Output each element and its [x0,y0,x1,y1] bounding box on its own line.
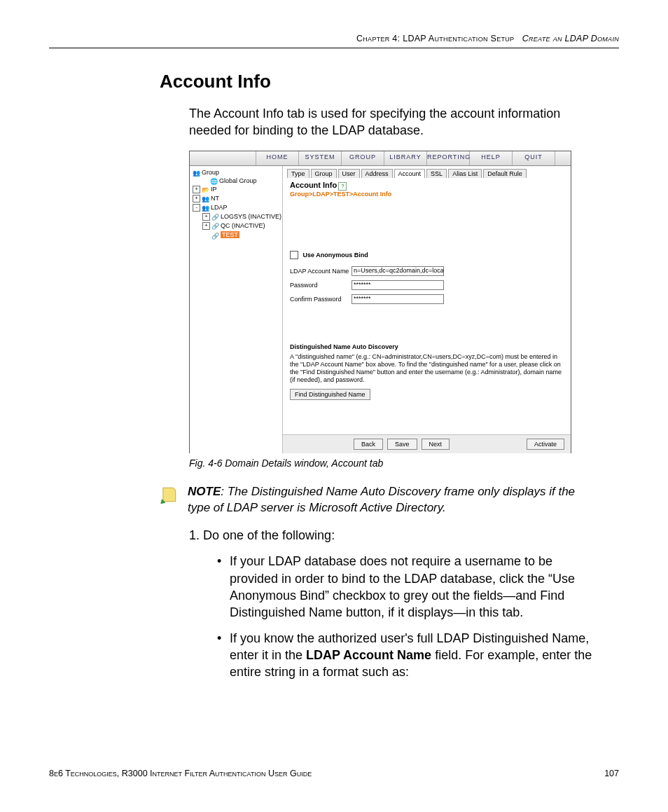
tree-item-label: IP [211,186,217,193]
footer-left: 8e6 Technologies, R3000 Internet Filter … [49,769,312,778]
tree-node-icon: 🌐 [210,178,218,184]
menu-quit[interactable]: QUIT [513,151,555,165]
menubar-spacer [190,151,256,165]
tree-expander-icon[interactable]: + [202,213,210,221]
tree-item-label: NT [211,195,219,202]
tree-item[interactable]: 🌐Global Group [191,177,281,185]
group-icon: 👥 [193,170,200,176]
discovery-title: Distinguished Name Auto Discovery [290,343,564,350]
app-screenshot: HOME SYSTEM GROUP LIBRARY REPORTING HELP… [189,151,571,453]
account-name-field[interactable]: n=Users,dc=qc2domain,dc=local [352,266,444,276]
menu-group[interactable]: GROUP [342,151,384,165]
tree-expander-icon[interactable]: + [193,186,200,193]
back-button[interactable]: Back [354,439,383,450]
tree-item-label: TEST [221,231,239,238]
bullet-account-name: If you know the authorized user's full L… [217,630,595,681]
tab-ssl[interactable]: SSL [426,169,447,178]
button-bar: Back Save Next Activate [283,434,571,453]
confirm-password-field[interactable]: ******* [352,294,444,304]
save-button[interactable]: Save [387,439,417,450]
find-distinguished-name-button[interactable]: Find Distinguished Name [290,389,370,400]
step-1: 1. Do one of the following: [189,528,619,543]
menubar-tail [555,151,571,165]
menu-help[interactable]: HELP [470,151,513,165]
activate-button[interactable]: Activate [527,439,564,450]
tab-account[interactable]: Account [394,169,426,178]
menu-library[interactable]: LIBRARY [384,151,427,165]
tree-expander-icon[interactable]: + [202,222,210,230]
tree-expander-icon[interactable]: - [193,204,200,212]
tab-group[interactable]: Group [311,169,337,178]
header-chapter: Chapter 4: LDAP Authentication Setup [356,34,514,43]
note-label: NOTE [188,485,221,498]
menu-home[interactable]: HOME [256,151,299,165]
tree-node-icon: 👥 [202,195,209,202]
tab-type[interactable]: Type [287,169,309,178]
tree-item[interactable]: +🔗LOGSYS (INACTIVE) [191,212,281,221]
figure-caption: Fig. 4-6 Domain Details window, Account … [189,457,619,469]
anonymous-bind-checkbox[interactable] [290,251,298,259]
tree-item[interactable]: +📂IP [191,185,281,194]
page-footer: 8e6 Technologies, R3000 Internet Filter … [49,769,619,778]
header-section: Create an LDAP Domain [522,34,619,43]
tree-item-label: LDAP [211,204,228,211]
tree-node-icon: 👥 [202,205,209,211]
tab-default-rule[interactable]: Default Rule [483,169,527,178]
tree-item-label: LOGSYS (INACTIVE) [221,213,281,220]
tab-alias-list[interactable]: Alias List [448,169,482,178]
tree-item[interactable]: +🔗QC (INACTIVE) [191,221,281,230]
tree-item[interactable]: +👥NT [191,194,281,203]
tab-address[interactable]: Address [361,169,393,178]
tree-expander-icon[interactable]: + [193,195,200,202]
anonymous-bind-label: Use Anonymous Bind [303,252,368,259]
note-body: : The Distinguished Name Auto Discovery … [188,485,575,514]
password-field[interactable]: ******* [352,280,444,290]
tree-node-icon: 🔗 [211,233,219,239]
bullet-list: If your LDAP database does not require a… [217,553,595,680]
tree-root[interactable]: 👥Group [191,168,281,177]
confirm-password-label: Confirm Password [290,296,352,303]
bullet2-bold: LDAP Account Name [306,648,431,662]
app-menubar: HOME SYSTEM GROUP LIBRARY REPORTING HELP… [190,151,571,166]
footer-page-number: 107 [604,769,619,778]
tree-node-icon: 🔗 [211,214,219,220]
password-label: Password [290,282,352,289]
tree-item-label: Global Group [219,177,257,184]
menu-reporting[interactable]: REPORTING [427,151,470,165]
account-name-label: LDAP Account Name [290,268,352,275]
content-pane: TypeGroupUserAddressAccountSSLAlias List… [283,166,571,453]
tree-node-icon: 🔗 [211,223,219,229]
next-button[interactable]: Next [422,439,450,450]
tab-user[interactable]: User [338,169,360,178]
note-icon [160,486,178,504]
tab-strip: TypeGroupUserAddressAccountSSLAlias List… [283,166,571,178]
page-running-header: Chapter 4: LDAP Authentication Setup Cre… [49,34,619,48]
tree-item-label: QC (INACTIVE) [221,222,265,229]
intro-paragraph: The Account Info tab is used for specify… [189,105,581,139]
tree-node-icon: 📂 [202,186,209,193]
section-title: Account Info [160,71,619,92]
panel-title: Account Info [290,181,337,189]
menu-system[interactable]: SYSTEM [299,151,342,165]
discovery-text: A "distinguished name" (e.g.: CN=adminis… [290,353,564,385]
breadcrumb: Group>LDAP>TEST>Account Info [290,191,564,198]
nav-tree[interactable]: 👥Group 🌐Global Group+📂IP+👥NT-👥LDAP+🔗LOGS… [190,166,283,453]
bullet-anonymous-bind: If your LDAP database does not require a… [217,553,595,621]
tree-item[interactable]: -👥LDAP [191,203,281,212]
tree-item[interactable]: 🔗TEST [191,230,281,239]
help-icon[interactable]: ? [338,182,347,191]
tree-root-label: Group [202,169,219,176]
note-text: NOTE: The Distinguished Name Auto Discov… [188,484,594,516]
